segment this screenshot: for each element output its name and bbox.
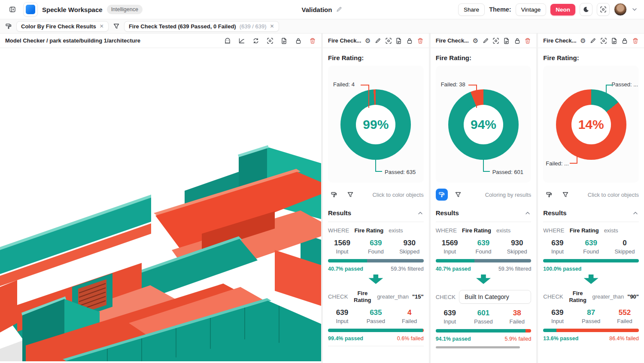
chip-fire-check-tested[interactable]: Fire Check Tested (639 Passed, 0 Failed)… bbox=[124, 21, 279, 32]
data-file-button[interactable] bbox=[611, 37, 618, 44]
check-panel-3: Fire Check... ⚙ Fire Rating: 14% Passed:… bbox=[538, 34, 644, 363]
donut-ring[interactable]: 94% bbox=[448, 89, 519, 160]
color-status-text: Click to color objects bbox=[372, 192, 423, 198]
check-progress-bar bbox=[543, 329, 639, 332]
chip-label: Color By Fire Check Results bbox=[21, 23, 96, 30]
edit-title-icon[interactable] bbox=[335, 6, 342, 13]
lock-button[interactable] bbox=[514, 37, 521, 44]
data-file-button[interactable] bbox=[281, 37, 288, 44]
lock-icon bbox=[514, 37, 521, 44]
data-file-button[interactable] bbox=[395, 37, 402, 44]
chip-close-icon[interactable]: ✕ bbox=[100, 23, 104, 29]
share-button[interactable]: Share bbox=[458, 3, 485, 16]
horizontal-scrollbar[interactable] bbox=[436, 346, 520, 348]
delete-button[interactable] bbox=[524, 37, 531, 44]
trash-icon bbox=[524, 37, 531, 44]
delete-button[interactable] bbox=[632, 37, 639, 44]
file-icon bbox=[281, 37, 288, 44]
settings-gear-icon[interactable]: ⚙ bbox=[473, 37, 478, 44]
where-operator: exists bbox=[496, 227, 510, 234]
check-keyword: CHECK bbox=[436, 294, 456, 300]
settings-gear-icon[interactable]: ⚙ bbox=[580, 37, 586, 44]
lock-icon bbox=[406, 37, 413, 44]
results-header[interactable]: Results bbox=[543, 205, 639, 222]
stat-input: 639Input bbox=[330, 308, 355, 324]
dark-mode-button[interactable] bbox=[580, 3, 592, 16]
stat-passed: 87Passed bbox=[579, 308, 604, 324]
lock-button[interactable] bbox=[621, 37, 628, 44]
chevron-down-icon[interactable] bbox=[631, 6, 638, 13]
panel-title: Fire Check... bbox=[436, 37, 469, 44]
edit-button[interactable] bbox=[482, 37, 489, 44]
theme-vintage-button[interactable]: Vintage bbox=[516, 3, 547, 16]
lock-button[interactable] bbox=[295, 37, 302, 44]
color-objects-button[interactable] bbox=[328, 189, 340, 201]
stat-found: 639Found bbox=[363, 239, 388, 255]
passed-callout: Passed: ... bbox=[612, 81, 638, 88]
data-file-button[interactable] bbox=[503, 37, 510, 44]
isolate-button[interactable] bbox=[224, 37, 231, 44]
panel-title: Fire Check... bbox=[328, 37, 361, 44]
color-status-text: Click to color objects bbox=[588, 192, 639, 198]
check-keyword: CHECK bbox=[543, 293, 563, 300]
sidebar-collapse-button[interactable] bbox=[6, 3, 19, 16]
chevron-up-icon[interactable] bbox=[632, 210, 639, 217]
filter-bar: Color By Fire Check Results ✕ Fire Check… bbox=[0, 19, 644, 34]
theme-neon-button[interactable]: Neon bbox=[550, 4, 575, 15]
chevron-up-icon[interactable] bbox=[524, 210, 531, 217]
color-objects-button[interactable] bbox=[436, 189, 448, 201]
chart-button[interactable] bbox=[238, 37, 245, 44]
cycle-arrows-icon bbox=[252, 37, 259, 44]
donut-chart: 99% Failed: 4 Passed: 635 bbox=[328, 66, 424, 183]
trash-icon bbox=[417, 37, 424, 44]
delete-button[interactable] bbox=[309, 37, 316, 44]
user-avatar[interactable] bbox=[614, 3, 627, 16]
results-header[interactable]: Results bbox=[436, 205, 532, 222]
chevron-up-icon[interactable] bbox=[417, 210, 424, 217]
chip-close-icon[interactable]: ✕ bbox=[270, 23, 274, 29]
color-roller-icon[interactable] bbox=[5, 23, 12, 30]
results-title: Results bbox=[436, 209, 459, 217]
zoom-fit-button[interactable] bbox=[267, 37, 273, 44]
filter-button[interactable] bbox=[559, 189, 571, 201]
speckle-logo[interactable] bbox=[23, 2, 38, 17]
model-canvas[interactable] bbox=[0, 48, 321, 363]
where-progress-bar bbox=[543, 259, 639, 262]
filter-button[interactable] bbox=[452, 189, 464, 201]
chip-color-by-fire-check[interactable]: Color By Fire Check Results ✕ bbox=[16, 21, 109, 32]
zoom-fit-button[interactable] bbox=[600, 37, 607, 44]
check-keyword: CHECK bbox=[328, 293, 348, 300]
speckle-logo-cube bbox=[26, 5, 35, 14]
refresh-view-button[interactable] bbox=[252, 37, 259, 44]
results-header[interactable]: Results bbox=[328, 205, 424, 222]
where-progress-bar bbox=[328, 259, 424, 262]
lock-button[interactable] bbox=[406, 37, 413, 44]
check-field-select[interactable]: Built In Category bbox=[459, 290, 531, 304]
delete-button[interactable] bbox=[417, 37, 424, 44]
failed-callout: Failed: 38 bbox=[441, 81, 465, 88]
top-header: Speckle Workspace Intelligence Validatio… bbox=[0, 0, 644, 19]
zoom-fit-button[interactable] bbox=[385, 37, 392, 44]
check-block: CHECK Fire Rating greater_than "15" 639I… bbox=[328, 288, 424, 346]
paint-roller-icon bbox=[438, 191, 445, 198]
stat-input: 639Input bbox=[437, 309, 462, 325]
stat-passed: 601Passed bbox=[471, 309, 496, 325]
passed-pct-label: 94.1% passed bbox=[436, 336, 471, 342]
edit-button[interactable] bbox=[374, 37, 381, 44]
settings-gear-icon[interactable]: ⚙ bbox=[365, 37, 371, 44]
color-objects-button[interactable] bbox=[543, 189, 555, 201]
zoom-fit-button[interactable] bbox=[492, 37, 499, 44]
failed-pct-label: 5.9% failed bbox=[504, 336, 531, 342]
failed-pct-label: 86.4% failed bbox=[609, 336, 639, 342]
failed-callout-line bbox=[361, 85, 369, 108]
check-panel-1: Fire Check... ⚙ Fire Rating: 99% Failed:… bbox=[323, 34, 429, 363]
donut-ring[interactable]: 99% bbox=[340, 89, 411, 160]
edit-button[interactable] bbox=[589, 37, 596, 44]
funnel-icon[interactable] bbox=[113, 23, 120, 30]
results-title: Results bbox=[543, 209, 566, 217]
results-title: Results bbox=[328, 209, 351, 217]
filter-button[interactable] bbox=[344, 189, 356, 201]
focus-view-button[interactable] bbox=[597, 3, 610, 16]
donut-ring[interactable]: 14% bbox=[556, 89, 626, 160]
passed-pct-label: 40.7% passed bbox=[436, 266, 471, 272]
